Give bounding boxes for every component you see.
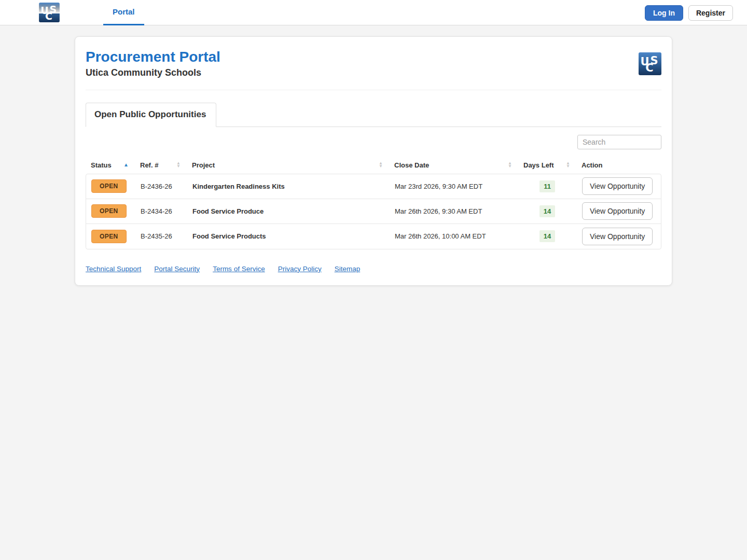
view-opportunity-button[interactable]: View Opportunity [582, 177, 653, 195]
sort-icon: ▲▼ [566, 162, 570, 169]
ref-cell: B-2436-26 [135, 183, 187, 190]
ref-cell: B-2435-26 [135, 232, 187, 240]
close-date-cell: Mar 26th 2026, 10:00 AM EDT [390, 232, 519, 240]
column-header-status[interactable]: Status ▲ [86, 161, 135, 169]
top-navbar: U S C Portal Log In Register [0, 0, 747, 25]
nav-auth-buttons: Log In Register [645, 5, 733, 21]
view-opportunity-button[interactable]: View Opportunity [582, 228, 653, 245]
sitemap-link[interactable]: Sitemap [335, 265, 361, 273]
close-date-cell: Mar 23rd 2026, 9:30 AM EDT [390, 183, 519, 190]
tab-open-public-opportunities[interactable]: Open Public Opportunities [86, 103, 216, 127]
svg-text:C: C [45, 10, 52, 22]
days-left-badge: 11 [540, 180, 555, 192]
column-label: Action [582, 161, 602, 169]
column-label: Status [91, 161, 112, 169]
technical-support-link[interactable]: Technical Support [86, 265, 141, 273]
footer-links: Technical Support Portal Security Terms … [86, 265, 661, 273]
login-button[interactable]: Log In [645, 5, 683, 21]
portal-security-link[interactable]: Portal Security [154, 265, 200, 273]
opportunities-table: Status ▲ Ref. # ▲▼ Project ▲▼ Close Date… [86, 157, 661, 249]
action-cell: View Opportunity [577, 177, 661, 195]
table-row: OPEN B-2434-26 Food Service Produce Mar … [86, 199, 661, 224]
close-date-cell: Mar 26th 2026, 9:30 AM EDT [390, 207, 519, 215]
column-header-ref[interactable]: Ref. # ▲▼ [135, 161, 187, 169]
column-label: Close Date [394, 161, 429, 169]
tab-bar: Open Public Opportunities [86, 102, 661, 127]
page-subtitle: Utica Community Schools [86, 67, 220, 78]
days-left-cell: 14 [519, 205, 577, 217]
project-cell: Food Service Produce [187, 207, 390, 215]
view-opportunity-button[interactable]: View Opportunity [582, 202, 653, 220]
sort-icon: ▲▼ [176, 162, 181, 169]
project-cell: Food Service Products [187, 232, 390, 240]
days-left-cell: 14 [519, 230, 577, 242]
table-row: OPEN B-2435-26 Food Service Products Mar… [86, 224, 661, 249]
status-cell: OPEN [86, 204, 135, 218]
status-cell: OPEN [86, 230, 135, 243]
ucs-logo-icon: U S C [639, 52, 661, 75]
page-title: Procurement Portal [86, 49, 220, 65]
status-cell: OPEN [86, 179, 135, 193]
register-button[interactable]: Register [688, 5, 733, 21]
sort-ascending-icon: ▲ [123, 162, 129, 167]
search-row [86, 135, 661, 149]
days-left-badge: 14 [540, 205, 555, 217]
days-left-cell: 11 [519, 180, 577, 192]
column-label: Project [192, 161, 215, 169]
svg-text:C: C [645, 62, 653, 74]
column-label: Days Left [523, 161, 554, 169]
column-header-action: Action [576, 161, 661, 169]
column-header-days-left[interactable]: Days Left ▲▼ [518, 161, 576, 169]
privacy-policy-link[interactable]: Privacy Policy [278, 265, 322, 273]
ucs-logo-icon: U S C [39, 3, 60, 22]
status-badge: OPEN [91, 204, 127, 218]
days-left-badge: 14 [540, 230, 555, 242]
column-header-project[interactable]: Project ▲▼ [187, 161, 389, 169]
terms-of-service-link[interactable]: Terms of Service [213, 265, 265, 273]
status-badge: OPEN [91, 179, 127, 193]
sort-icon: ▲▼ [379, 162, 383, 169]
column-header-close-date[interactable]: Close Date ▲▼ [389, 161, 518, 169]
table-row: OPEN B-2436-26 Kindergarten Readiness Ki… [86, 174, 661, 199]
nav-portal-tab[interactable]: Portal [103, 0, 144, 25]
table-header-row: Status ▲ Ref. # ▲▼ Project ▲▼ Close Date… [86, 157, 661, 174]
action-cell: View Opportunity [577, 228, 661, 245]
action-cell: View Opportunity [577, 202, 661, 220]
sort-icon: ▲▼ [508, 162, 512, 169]
project-cell: Kindergarten Readiness Kits [187, 183, 390, 190]
search-input[interactable] [577, 135, 661, 149]
card-header: Procurement Portal Utica Community Schoo… [86, 49, 661, 78]
table-body: OPEN B-2436-26 Kindergarten Readiness Ki… [86, 174, 661, 249]
portal-card: Procurement Portal Utica Community Schoo… [75, 36, 672, 286]
status-badge: OPEN [91, 230, 127, 243]
ref-cell: B-2434-26 [135, 207, 187, 215]
header-divider [86, 90, 661, 90]
column-label: Ref. # [140, 161, 158, 169]
